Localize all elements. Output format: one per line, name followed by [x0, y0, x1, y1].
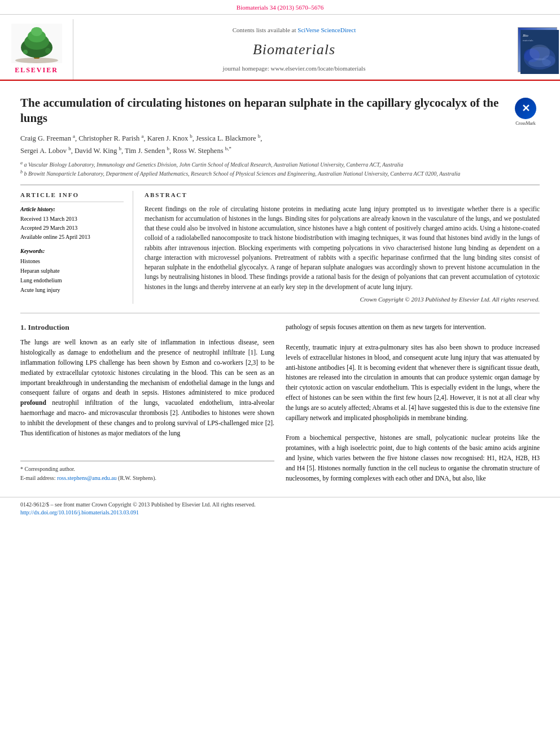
doi-link[interactable]: http://dx.doi.org/10.1016/j.biomaterials… — [20, 509, 139, 516]
keywords-label: Keywords: — [20, 247, 124, 255]
article-info-abstract: ARTICLE INFO Article history: Received 1… — [20, 185, 540, 304]
journal-header: ELSEVIER Contents lists available at Sci… — [0, 15, 560, 81]
svg-point-7 — [23, 50, 28, 54]
article-info-col: ARTICLE INFO Article history: Received 1… — [20, 191, 133, 304]
footnote-corresponding: * Corresponding author. — [20, 465, 274, 474]
intro-left-text: The lungs are well known as an early sit… — [20, 338, 274, 438]
section-divider — [20, 313, 540, 313]
bottom-doi: http://dx.doi.org/10.1016/j.biomaterials… — [20, 509, 540, 517]
article-info-heading: ARTICLE INFO — [20, 191, 124, 202]
keyword-histones: Histones — [20, 256, 124, 266]
elsevier-tree-image — [11, 24, 62, 63]
body-left-col: 1. Introduction The lungs are well known… — [20, 322, 274, 483]
authors-line: Craig G. Freeman a, Christopher R. Paris… — [20, 132, 540, 156]
available-date: Available online 25 April 2013 — [20, 233, 124, 242]
journal-title: Biomaterials — [253, 40, 335, 60]
svg-point-6 — [31, 27, 42, 36]
article-history: Article history: Received 13 March 2013 … — [20, 206, 124, 242]
keyword-acute: Acute lung injury — [20, 285, 124, 295]
citation-text: Biomaterials 34 (2013) 5670–5676 — [237, 4, 323, 11]
main-content: The accumulation of circulating histones… — [0, 81, 560, 492]
affiliations: a a Vascular Biology Laboratory, Immunol… — [20, 160, 540, 178]
bio-cover-image: Bio materials — [518, 27, 557, 72]
svg-point-8 — [45, 48, 51, 54]
journal-header-center: Contents lists available at SciVerse Sci… — [73, 19, 515, 80]
elsevier-brand: ELSEVIER — [15, 65, 58, 75]
bio-cover-label: Bio materials — [520, 30, 559, 77]
journal-homepage: journal homepage: www.elsevier.com/locat… — [223, 64, 366, 73]
footnote-email-line: E-mail address: ross.stephens@anu.edu.au… — [20, 474, 274, 483]
received-date: Received 13 March 2013 — [20, 215, 124, 224]
sciverse-link[interactable]: SciVerse ScienceDirect — [298, 27, 356, 33]
copyright-line: Crown Copyright © 2013 Published by Else… — [145, 295, 540, 304]
elsevier-logo-area: ELSEVIER — [0, 19, 73, 80]
intro-section-heading: 1. Introduction — [20, 322, 274, 333]
footnote-email-link[interactable]: ross.stephens@anu.edu.au — [57, 475, 117, 481]
article-history-label: Article history: — [20, 206, 124, 213]
abstract-text: Recent findings on the role of circulati… — [145, 204, 540, 292]
body-right-col: pathology of sepsis focuses attention on… — [286, 322, 540, 483]
abstract-col: ABSTRACT Recent findings on the role of … — [145, 191, 540, 304]
article-title-row: The accumulation of circulating histones… — [20, 95, 540, 126]
crossmark-circle: ✕ — [515, 98, 536, 119]
bottom-bar: 0142-9612/$ – see front matter Crown Cop… — [0, 497, 560, 520]
keyword-heparan: Heparan sulphate — [20, 266, 124, 276]
sciverse-line: Contents lists available at SciVerse Sci… — [233, 26, 356, 34]
footnote-area: * Corresponding author. E-mail address: … — [20, 461, 274, 483]
crossmark-label: CrossMark — [515, 120, 536, 126]
svg-text:Bio: Bio — [523, 33, 528, 38]
abstract-heading: ABSTRACT — [145, 191, 540, 199]
svg-text:materials: materials — [523, 39, 533, 42]
crossmark-badge: ✕ CrossMark — [511, 98, 540, 126]
keywords-section: Keywords: Histones Heparan sulphate Lung… — [20, 247, 124, 295]
crossmark-icon: ✕ — [522, 102, 530, 116]
article-title: The accumulation of circulating histones… — [20, 95, 505, 126]
body-content: 1. Introduction The lungs are well known… — [20, 322, 540, 483]
svg-point-16 — [530, 45, 550, 60]
accepted-date: Accepted 29 March 2013 — [20, 224, 124, 233]
intro-right-text: pathology of sepsis focuses attention on… — [286, 322, 540, 483]
journal-cover-image: Bio materials — [515, 19, 560, 80]
keyword-lung: Lung endothelium — [20, 276, 124, 285]
top-citation-bar: Biomaterials 34 (2013) 5670–5676 — [0, 0, 560, 15]
bottom-issn: 0142-9612/$ – see front matter Crown Cop… — [20, 501, 540, 509]
